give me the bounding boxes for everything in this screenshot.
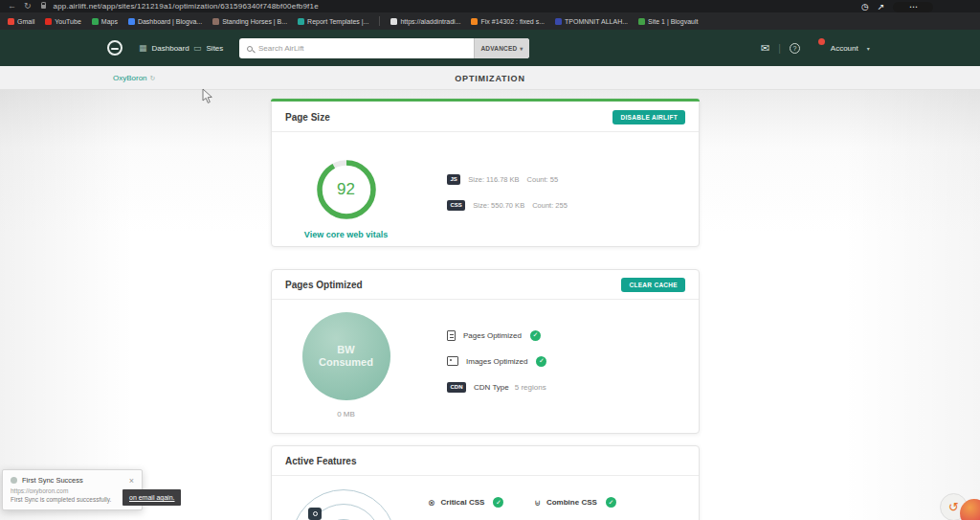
lock-icon (308, 508, 322, 520)
bookmark-label: Site 1 | Blogvault (648, 18, 698, 25)
watch-later-icon[interactable]: ◷ (861, 1, 869, 12)
header-actions: ✉ | ? Account ▾ (761, 30, 870, 66)
bookmark-label: Maps (101, 18, 118, 25)
video-overlay-topbar: ◷ ↗ ⋯ (861, 1, 933, 12)
check-icon: ✓ (536, 356, 546, 367)
bookmark-item[interactable]: Standing Horses | B... (212, 18, 287, 25)
card-header: Active Features (272, 446, 699, 476)
bookmark-label: Standing Horses | B... (222, 18, 287, 25)
advanced-dropdown[interactable]: ADVANCED▾ (474, 38, 529, 58)
clear-cache-button[interactable]: CLEAR CACHE (621, 278, 685, 292)
score-gauge: 92 (315, 158, 378, 221)
bookmark-item[interactable]: TPOMNNIT ALLAH... (555, 18, 628, 25)
close-icon[interactable]: × (129, 477, 134, 485)
reload-icon[interactable]: ↻ (24, 0, 32, 12)
css-count: Count: 255 (532, 201, 568, 210)
card-title: Active Features (285, 456, 356, 466)
back-icon[interactable]: ← (8, 0, 16, 12)
bookmark-item[interactable]: Dashboard | Blogva... (128, 18, 202, 25)
card-header: Page Size DISABLE AIRLIFT (272, 102, 699, 132)
bookmark-label: Fix #14302 : fixed s... (480, 18, 545, 25)
nav-dashboard-label: Dashboard (152, 44, 189, 53)
core-web-vitals-link[interactable]: View core web vitals (304, 230, 388, 239)
size-details-column: JS Size: 116.78 KB Count: 55 CSS Size: 5… (447, 132, 699, 239)
bookmark-favicon (638, 18, 645, 25)
bookmark-label: TPOMNNIT ALLAH... (565, 18, 628, 25)
image-icon (447, 356, 458, 366)
bookmark-label: Dashboard | Blogva... (138, 18, 202, 25)
feature-label: Critical CSS (441, 498, 485, 507)
account-avatar[interactable] (809, 41, 822, 55)
bookmark-item[interactable]: Report Templates |... (298, 18, 368, 25)
bookmark-item[interactable]: Fix #14302 : fixed s... (471, 18, 545, 25)
bookmark-favicon (8, 18, 14, 25)
bookmark-favicon (298, 18, 304, 25)
score-column: 92 View core web vitals (272, 132, 420, 239)
feature-item: ⊗ Critical CSS ✓ (428, 497, 503, 508)
score-value: 92 (315, 158, 378, 221)
sync-success-toast: First Sync Success × https://oxyboron.co… (2, 469, 143, 510)
feature-item: ⊎ Combine CSS ✓ (534, 497, 616, 508)
list-item: Images Optimized ✓ (447, 355, 699, 367)
bookmark-item[interactable]: Site 1 | Blogvault (638, 18, 698, 25)
email-again-tooltip[interactable]: on email again. (122, 489, 181, 506)
check-icon: ✓ (530, 330, 541, 341)
bookmark-label: Gmail (17, 18, 34, 25)
sub-header: OxyBoron↻ OPTIMIZATION (0, 66, 980, 90)
bookmark-favicon (92, 18, 99, 25)
css-size-row: CSS Size: 550.70 KB Count: 255 (447, 199, 699, 211)
feature-label: Combine CSS (546, 498, 597, 507)
js-size-row: JS Size: 116.78 KB Count: 55 (447, 173, 699, 185)
check-icon: ✓ (493, 497, 503, 508)
critical-css-icon: ⊗ (428, 498, 435, 508)
dashboard-icon: ▦ (139, 43, 147, 53)
bookmark-favicon (555, 18, 562, 25)
bookmark-label: Report Templates |... (307, 18, 368, 25)
address-bar[interactable]: app.airlift.net/app/sites/121219a1/optim… (54, 2, 319, 11)
video-options-pill[interactable]: ⋯ (893, 2, 933, 12)
bandwidth-column: BW Consumed 0 MB (272, 300, 420, 418)
card-header: Pages Optimized CLEAR CACHE (272, 270, 699, 300)
features-row: ⊗ Critical CSS ✓ ⊎ Combine CSS ✓ (428, 497, 616, 508)
optimized-list-column: Pages Optimized ✓ Images Optimized ✓ CDN… (447, 300, 699, 418)
sites-icon: ▭ (193, 43, 202, 53)
card-body: 92 View core web vitals JS Size: 116.78 … (272, 132, 699, 239)
bw-consumed-circle: BW Consumed (302, 312, 390, 400)
js-size: Size: 116.78 KB (468, 175, 519, 184)
search-input[interactable] (258, 44, 474, 53)
lock-icon (41, 5, 46, 9)
bw-consumed-value: 0 MB (337, 410, 355, 418)
js-count: Count: 55 (527, 175, 559, 184)
chevron-down-icon[interactable]: ▾ (867, 45, 870, 52)
mail-icon[interactable]: ✉ (761, 42, 769, 55)
js-badge: JS (447, 174, 460, 185)
nav-sites[interactable]: ▭Sites (193, 30, 223, 66)
account-menu[interactable]: Account (831, 44, 858, 53)
share-icon[interactable]: ↗ (878, 1, 885, 12)
item-label: Pages Optimized (463, 331, 522, 340)
css-size: Size: 550.70 KB (473, 201, 524, 210)
active-features-card: Active Features ⊗ Critical CSS ✓ ⊎ Combi… (271, 445, 700, 520)
disable-airlift-button[interactable]: DISABLE AIRLIFT (612, 110, 685, 124)
bookmarks-divider (379, 16, 380, 26)
card-title: Page Size (285, 112, 330, 123)
toast-site-url: https://oxyboron.com (11, 487, 134, 494)
help-icon[interactable]: ? (790, 43, 800, 54)
notification-badge (818, 38, 825, 45)
nav-dashboard[interactable]: ▦Dashboard (139, 30, 189, 66)
undo-icon: ↺ (948, 500, 959, 514)
list-item: CDN CDN Type 5 regions (447, 381, 699, 393)
bookmarks-bar: Gmail YouTube Maps Dashboard | Blogva...… (0, 12, 980, 30)
airlift-logo (107, 40, 122, 56)
css-badge: CSS (447, 200, 465, 211)
bookmark-item[interactable]: Maps (92, 18, 118, 25)
bookmark-label: https://aladdintradi... (400, 18, 460, 25)
more-icon: ⋯ (909, 1, 918, 12)
app-header: ▦Dashboard ▭Sites ADVANCED▾ ✉ | ? Accoun… (0, 30, 980, 66)
item-label: Images Optimized (466, 357, 527, 366)
bookmark-item[interactable]: YouTube (45, 18, 81, 25)
bookmark-favicon (45, 18, 52, 25)
bookmark-item[interactable]: https://aladdintradi... (390, 18, 460, 25)
page-title: OPTIMIZATION (0, 74, 980, 83)
bookmark-item[interactable]: Gmail (8, 18, 34, 25)
